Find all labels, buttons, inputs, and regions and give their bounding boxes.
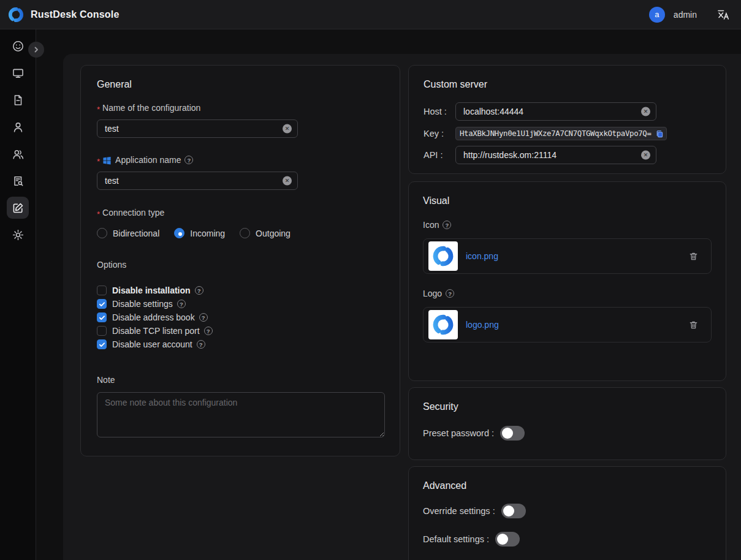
user-group-icon [12,148,25,161]
key-label: Key : [424,129,455,138]
user-avatar[interactable]: a [649,7,665,23]
help-icon[interactable]: ? [443,221,451,229]
visual-title: Visual [423,195,712,206]
radio-icon[interactable] [240,228,250,238]
key-value: HtaXBkJNHyn0e1U1jWXze7A7CN7QTGWqxkOtpaVp… [460,129,655,138]
sidebar-item-groups[interactable] [7,143,29,165]
trash-icon[interactable] [688,320,699,330]
override-settings-label: Override settings : [423,506,495,516]
name-input[interactable]: ✕ [97,119,298,138]
logo-upload-row: logo.png [423,307,712,342]
visual-card: Visual Icon? icon.png Logo? [408,181,726,381]
preset-password-toggle[interactable] [500,426,525,441]
help-icon[interactable]: ? [197,340,205,349]
host-label: Host : [424,107,455,116]
options-list: Disable installation ? Disable settings … [97,284,384,351]
username: admin [674,10,697,20]
icon-file-link[interactable]: icon.png [466,251,498,261]
rustdesk-logo-icon [431,244,455,268]
logo-file-link[interactable]: logo.png [466,320,499,330]
sidebar-item-documents[interactable] [7,89,29,111]
sidebar-item-dashboard[interactable] [7,35,29,57]
radio-outgoing[interactable]: Outgoing [240,228,291,238]
rustdesk-logo-icon [431,313,455,336]
file-search-icon [12,175,25,187]
option-disable-address-book[interactable]: Disable address book ? [97,311,384,324]
host-input[interactable]: ✕ [455,102,656,121]
security-card: Security Preset password : [408,387,726,460]
help-icon[interactable]: ? [199,313,208,322]
icon-thumbnail [428,241,458,271]
required-asterisk: * [97,210,100,219]
option-disable-settings[interactable]: Disable settings ? [97,297,384,311]
brand: RustDesk Console [7,6,120,23]
checkbox-icon[interactable] [97,299,107,309]
checkbox-icon[interactable] [97,286,107,295]
help-icon[interactable]: ? [184,156,193,164]
app-title: RustDesk Console [31,9,120,20]
key-field: HtaXBkJNHyn0e1U1jWXze7A7CN7QTGWqxkOtpaVp… [455,127,667,140]
clear-icon[interactable]: ✕ [283,124,292,134]
avatar-initial: a [655,10,659,19]
checkbox-icon[interactable] [97,339,107,349]
help-icon[interactable]: ? [204,327,213,335]
user-icon [12,121,25,134]
app-name-input[interactable]: ✕ [97,172,298,190]
trash-icon[interactable] [688,251,699,262]
api-input-field[interactable] [456,150,656,160]
host-input-field[interactable] [456,107,656,116]
radio-icon[interactable] [174,228,184,238]
radio-incoming[interactable]: Incoming [174,228,225,238]
required-asterisk: * [97,157,100,166]
chevron-right-icon [32,46,40,53]
clear-icon[interactable]: ✕ [641,151,650,160]
sidebar-item-audit[interactable] [7,170,29,192]
monitor-icon [12,67,25,80]
logo-thumbnail [428,310,458,339]
app-header: RustDesk Console a admin [0,0,741,29]
logo-upload-label: Logo? [423,289,712,298]
sidebar-item-devices[interactable] [7,62,29,84]
help-icon[interactable]: ? [446,289,454,298]
file-icon [12,94,25,107]
default-settings-toggle[interactable] [495,532,520,547]
edit-icon [12,202,25,214]
security-title: Security [423,401,712,412]
custom-server-card: Custom server Host : ✕ Key : HtaXBkJNHyn… [408,65,726,174]
app-name-label: * Application name ? [97,155,384,165]
override-settings-toggle[interactable] [501,504,526,518]
preset-password-label: Preset password : [423,428,494,438]
api-input[interactable]: ✕ [455,146,656,164]
custom-server-title: Custom server [424,79,711,90]
general-title: General [97,79,384,90]
note-label: Note [97,375,384,385]
option-disable-user-account[interactable]: Disable user account ? [97,338,384,351]
radio-icon[interactable] [97,228,107,238]
clear-icon[interactable]: ✕ [283,176,292,186]
gear-icon [12,229,25,241]
checkbox-icon[interactable] [97,326,107,336]
translate-icon[interactable] [716,8,730,21]
default-settings-label: Default settings : [423,534,489,544]
option-disable-installation[interactable]: Disable installation ? [97,284,384,297]
advanced-card: Advanced Override settings : Default set… [408,466,726,560]
sidebar-collapse-button[interactable] [28,42,44,58]
clear-icon[interactable]: ✕ [641,107,650,116]
help-icon[interactable]: ? [195,286,203,295]
connection-type-group: Bidirectional Incoming Outgoing [97,228,384,238]
copy-icon[interactable] [655,129,664,138]
right-column: Custom server Host : ✕ Key : HtaXBkJNHyn… [408,65,726,560]
sidebar-item-users[interactable] [7,116,29,138]
checkbox-icon[interactable] [97,312,107,322]
advanced-title: Advanced [423,480,712,491]
sidebar-item-configurations[interactable] [7,197,29,219]
sidebar-item-settings[interactable] [7,224,29,246]
help-icon[interactable]: ? [177,300,186,308]
app-name-input-field[interactable] [97,176,297,186]
option-disable-tcp-listen-port[interactable]: Disable TCP listen port ? [97,324,384,338]
smiley-icon [12,40,25,53]
sidebar [0,29,36,560]
note-textarea[interactable] [97,392,385,437]
name-input-field[interactable] [97,124,297,134]
radio-bidirectional[interactable]: Bidirectional [97,228,159,238]
